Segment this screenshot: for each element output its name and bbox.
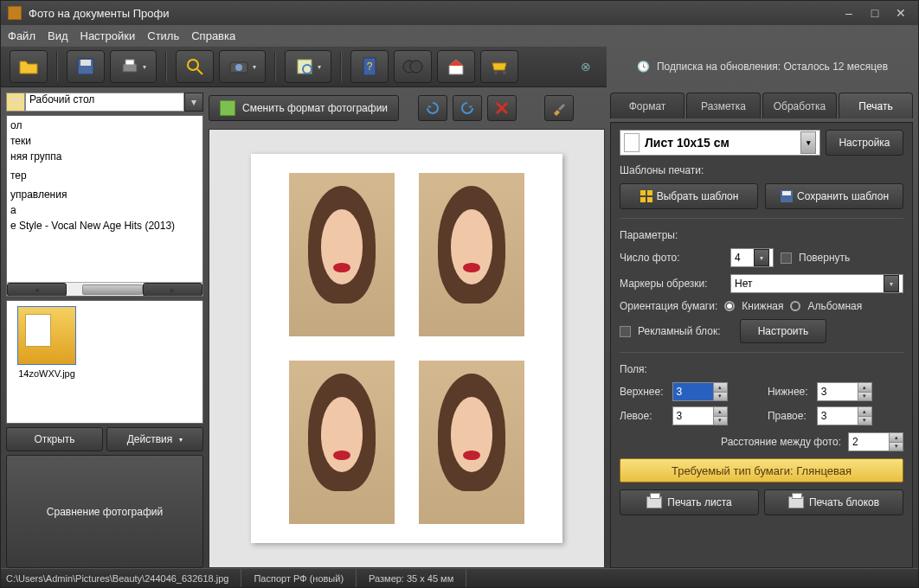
save-template-button[interactable]: Сохранить шаблон	[765, 183, 903, 209]
compare-button[interactable]: Сравнение фотографий	[6, 455, 203, 568]
list-item[interactable]: теки	[7, 133, 202, 149]
scroll-thumb[interactable]	[82, 284, 143, 295]
change-format-button[interactable]: Сменить формат фотографии	[209, 95, 399, 121]
tab-processing[interactable]: Обработка	[762, 93, 837, 118]
minimize-button[interactable]: –	[839, 5, 859, 21]
crop-label: Маркеры обрезки:	[620, 278, 723, 290]
paper-settings-button[interactable]: Настройка	[826, 130, 903, 156]
print-preview	[209, 129, 605, 568]
list-item[interactable]: няя группа	[7, 149, 202, 164]
open-folder-button[interactable]	[10, 50, 48, 83]
photo-3	[289, 361, 395, 524]
paper-icon	[624, 133, 639, 152]
adblock-checkbox[interactable]	[620, 326, 631, 337]
spacing-input[interactable]: 2▴▾	[848, 432, 903, 451]
svg-line-5	[197, 69, 202, 74]
cart-button[interactable]	[480, 50, 518, 83]
margin-left-input[interactable]: 3▴▾	[672, 406, 728, 425]
delete-button[interactable]	[487, 95, 517, 121]
photo-4	[419, 361, 524, 524]
count-select[interactable]: 4▾	[730, 248, 774, 267]
list-item[interactable]: ол	[7, 118, 202, 133]
rotate-checkbox[interactable]	[781, 252, 792, 264]
margin-right-input[interactable]: 3▴▾	[817, 406, 872, 425]
open-button[interactable]: Открыть	[6, 427, 103, 451]
svg-rect-21	[782, 191, 791, 195]
brush-button[interactable]	[544, 95, 574, 121]
maximize-button[interactable]: □	[864, 5, 885, 21]
h-scrollbar[interactable]: ◂ ▸	[7, 282, 202, 296]
margin-top-input[interactable]: 3▴▾	[672, 382, 728, 401]
svg-point-14	[494, 71, 498, 74]
scroll-right[interactable]: ▸	[143, 283, 202, 297]
folder-combo[interactable]: 🗔 Рабочий стол ▾	[6, 93, 203, 112]
preview-button[interactable]	[285, 50, 331, 83]
menubar: Файл Вид Настройки Стиль Справка	[1, 25, 918, 46]
menu-help[interactable]: Справка	[191, 29, 235, 42]
paper-label: Лист 10x15 см	[645, 136, 729, 150]
tab-print[interactable]: Печать	[839, 93, 913, 118]
margin-bottom-input[interactable]: 3▴▾	[817, 382, 872, 401]
print-button[interactable]	[110, 50, 157, 83]
adblock-label: Рекламный блок:	[638, 325, 733, 337]
svg-point-15	[503, 71, 506, 74]
center-toolbar: Сменить формат фотографии	[209, 93, 605, 124]
configure-adblock-button[interactable]: Настроить	[740, 319, 826, 343]
rotate-right-button[interactable]	[453, 95, 482, 121]
desktop-icon: 🗔	[6, 93, 25, 112]
thumbnail-item[interactable]: 14zoWXV.jpg	[12, 306, 81, 379]
folder-dropdown[interactable]: ▾	[184, 93, 203, 112]
svg-point-13	[410, 61, 422, 73]
printer-icon	[788, 496, 804, 508]
list-item[interactable]: e Style - Vocal New Age Hits (2013)	[7, 218, 202, 233]
page	[251, 154, 562, 543]
subscribe-text: Подписка на обновления: Осталось 12 меся…	[657, 61, 888, 73]
video-button[interactable]	[394, 50, 432, 83]
clock-icon: 🕓	[637, 61, 650, 73]
save-button[interactable]	[67, 50, 105, 83]
list-item[interactable]: управления	[7, 187, 202, 202]
right-panel: Формат Разметка Обработка Печать Лист 10…	[610, 93, 913, 568]
rotate-left-button[interactable]	[418, 95, 447, 121]
camera-button[interactable]	[219, 50, 266, 83]
orient-label: Ориентация бумаги:	[620, 300, 717, 312]
svg-rect-1	[80, 60, 91, 66]
orient-portrait-radio[interactable]	[724, 301, 735, 311]
statusbar: C:\Users\Admin\Pictures\Beauty\244046_63…	[1, 568, 918, 587]
print-sheet-button[interactable]: Печать листа	[620, 489, 759, 515]
params-label: Параметры:	[620, 229, 903, 241]
print-blocks-button[interactable]: Печать блоков	[764, 489, 903, 515]
paper-dropdown[interactable]: ▾	[800, 131, 816, 154]
choose-template-button[interactable]: Выбрать шаблон	[620, 183, 758, 209]
folder-listbox[interactable]: ол теки няя группа тер управления а e St…	[6, 115, 203, 297]
status-path: C:\Users\Admin\Pictures\Beauty\244046_63…	[6, 569, 241, 587]
menu-settings[interactable]: Настройки	[80, 29, 136, 42]
tab-format[interactable]: Формат	[610, 93, 684, 118]
crop-select[interactable]: Нет▾	[730, 274, 903, 293]
actions-button[interactable]: Действия	[106, 427, 203, 451]
list-item[interactable]: тер	[7, 168, 202, 183]
svg-rect-16	[640, 190, 646, 195]
help-button[interactable]: ?	[350, 50, 389, 83]
close-banner-icon[interactable]: ⊗	[581, 60, 598, 74]
tab-layout[interactable]: Разметка	[686, 93, 761, 118]
menu-file[interactable]: Файл	[8, 29, 35, 42]
photo-2	[419, 173, 524, 336]
svg-rect-18	[640, 197, 646, 202]
paper-select[interactable]: Лист 10x15 см ▾	[620, 130, 820, 156]
list-item[interactable]: а	[7, 202, 202, 218]
spacing-label: Расстояние между фото:	[721, 436, 841, 448]
center-panel: Сменить формат фотографии	[209, 93, 605, 568]
person-icon	[220, 100, 235, 116]
zoom-button[interactable]	[176, 50, 214, 83]
svg-text:?: ?	[367, 61, 373, 73]
template-icon	[639, 189, 653, 203]
menu-style[interactable]: Стиль	[147, 29, 179, 42]
close-button[interactable]: ✕	[890, 5, 911, 21]
menu-view[interactable]: Вид	[48, 29, 68, 42]
photo-1	[289, 173, 395, 336]
home-button[interactable]	[437, 50, 475, 83]
orient-landscape-radio[interactable]	[790, 301, 800, 311]
change-format-label: Сменить формат фотографии	[242, 102, 388, 114]
scroll-left[interactable]: ◂	[7, 283, 67, 297]
